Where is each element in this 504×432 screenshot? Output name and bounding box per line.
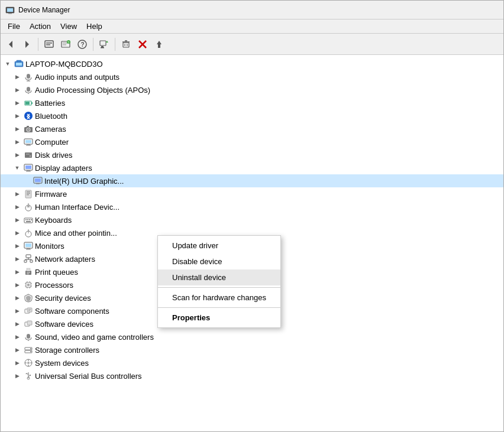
- svg-rect-59: [27, 194, 29, 195]
- menu-view[interactable]: View: [56, 21, 82, 32]
- computer-expand[interactable]: [12, 137, 22, 147]
- mice-expand[interactable]: [12, 228, 22, 238]
- software-comp-label: Software components: [35, 307, 109, 316]
- tree-item-audio-proc[interactable]: Audio Processing Objects (APOs): [1, 83, 503, 96]
- menu-help[interactable]: Help: [82, 21, 107, 32]
- svg-marker-3: [9, 41, 12, 48]
- disk-expand[interactable]: [12, 150, 22, 160]
- svg-point-111: [27, 362, 30, 364]
- tree-item-display[interactable]: Display adapters: [1, 161, 503, 174]
- storage-label: Storage controllers: [35, 346, 99, 355]
- scan-hardware-toolbar-button[interactable]: [96, 37, 112, 52]
- firmware-expand[interactable]: [12, 189, 22, 199]
- bluetooth-expand[interactable]: [12, 111, 22, 121]
- svg-rect-46: [25, 152, 32, 158]
- software-dev-expand[interactable]: [12, 319, 22, 329]
- download-button[interactable]: [151, 37, 167, 52]
- processors-icon: [24, 280, 33, 290]
- bluetooth-icon: [24, 111, 33, 121]
- svg-rect-121: [30, 375, 31, 376]
- tree-area[interactable]: LAPTOP-MQBCDD3O Audio inputs and outputs: [1, 55, 503, 431]
- tree-item-bluetooth[interactable]: Bluetooth: [1, 109, 503, 122]
- intel-uhd-label: Intel(R) UHD Graphic...: [44, 177, 124, 186]
- svg-rect-32: [27, 87, 30, 92]
- svg-rect-99: [27, 308, 32, 312]
- ctx-uninstall-device[interactable]: Uninstall device: [158, 269, 280, 285]
- software-comp-expand[interactable]: [12, 306, 22, 316]
- usb-expand[interactable]: [12, 371, 22, 381]
- svg-marker-25: [157, 41, 161, 48]
- tree-item-usb[interactable]: Universal Serial Bus controllers: [1, 369, 503, 382]
- menu-action[interactable]: Action: [25, 21, 56, 32]
- bluetooth-label: Bluetooth: [35, 112, 67, 121]
- svg-rect-62: [27, 206, 30, 207]
- processors-expand[interactable]: [12, 280, 22, 290]
- sound-expand[interactable]: [12, 332, 22, 342]
- tree-item-hid[interactable]: Human Interface Devic...: [1, 200, 503, 213]
- toolbar: ? ?: [1, 34, 503, 55]
- context-menu: Update driver Disable device Uninstall d…: [157, 235, 281, 328]
- network-expand[interactable]: [12, 254, 22, 264]
- ctx-update-driver[interactable]: Update driver: [158, 238, 280, 254]
- tree-item-sound[interactable]: Sound, video and game controllers: [1, 330, 503, 343]
- hid-expand[interactable]: [12, 202, 22, 212]
- tree-root[interactable]: LAPTOP-MQBCDD3O: [1, 57, 503, 70]
- ctx-separator-2: [158, 307, 280, 308]
- print-expand[interactable]: [12, 267, 22, 277]
- help-toolbar-button[interactable]: ?: [75, 37, 90, 52]
- svg-rect-67: [31, 219, 32, 220]
- svg-rect-103: [27, 321, 32, 325]
- forward-button[interactable]: [20, 37, 35, 52]
- monitors-expand[interactable]: [12, 241, 22, 251]
- tree-item-intel-uhd[interactable]: Intel(R) UHD Graphic...: [1, 174, 503, 187]
- system-expand[interactable]: [12, 358, 22, 368]
- system-label: System devices: [35, 359, 89, 368]
- audio-proc-icon: [24, 85, 33, 95]
- remove-button[interactable]: [118, 37, 134, 52]
- ctx-separator-1: [158, 287, 280, 288]
- properties-button[interactable]: [41, 37, 57, 52]
- sound-label: Sound, video and game controllers: [35, 333, 154, 342]
- batteries-expand[interactable]: [12, 98, 22, 108]
- audio-proc-expand[interactable]: [12, 85, 22, 95]
- mice-label: Mice and other pointin...: [35, 229, 117, 238]
- system-icon: [24, 358, 33, 368]
- audio-io-expand[interactable]: [12, 72, 22, 82]
- ctx-properties[interactable]: Properties: [158, 310, 280, 326]
- root-expand[interactable]: [3, 59, 12, 69]
- svg-rect-55: [36, 183, 40, 184]
- tree-item-disk[interactable]: Disk drives: [1, 148, 503, 161]
- display-expand[interactable]: [12, 163, 22, 173]
- svg-point-108: [30, 348, 31, 349]
- cameras-expand[interactable]: [12, 124, 22, 134]
- svg-rect-100: [28, 309, 31, 310]
- svg-rect-76: [26, 255, 31, 258]
- network-icon: [24, 254, 33, 264]
- root-icon: [14, 59, 24, 69]
- ctx-scan-hardware[interactable]: Scan for hardware changes: [158, 290, 280, 306]
- svg-rect-75: [26, 249, 31, 250]
- update-driver-toolbar-button[interactable]: ?: [58, 37, 73, 52]
- svg-rect-87: [27, 268, 30, 271]
- svg-rect-86: [27, 274, 29, 274]
- security-expand[interactable]: [12, 293, 22, 303]
- back-button[interactable]: [3, 37, 18, 52]
- menu-file[interactable]: File: [3, 21, 25, 32]
- storage-expand[interactable]: [12, 345, 22, 355]
- tree-item-system[interactable]: System devices: [1, 356, 503, 369]
- svg-rect-5: [45, 41, 53, 47]
- tree-item-keyboards[interactable]: Keyboards: [1, 213, 503, 226]
- tree-item-firmware[interactable]: Firmware: [1, 187, 503, 200]
- tree-item-computer[interactable]: Computer: [1, 135, 503, 148]
- tree-item-audio-io[interactable]: Audio inputs and outputs: [1, 70, 503, 83]
- svg-rect-68: [26, 221, 31, 222]
- keyboards-expand[interactable]: [12, 215, 22, 225]
- tree-item-cameras[interactable]: Cameras: [1, 122, 503, 135]
- tree-item-storage[interactable]: Storage controllers: [1, 343, 503, 356]
- toolbar-separator-1: [38, 38, 38, 51]
- intel-uhd-icon: [33, 176, 43, 186]
- tree-item-batteries[interactable]: Batteries: [1, 96, 503, 109]
- software-dev-label: Software devices: [35, 320, 93, 329]
- uninstall-button[interactable]: [135, 37, 150, 52]
- ctx-disable-device[interactable]: Disable device: [158, 254, 280, 269]
